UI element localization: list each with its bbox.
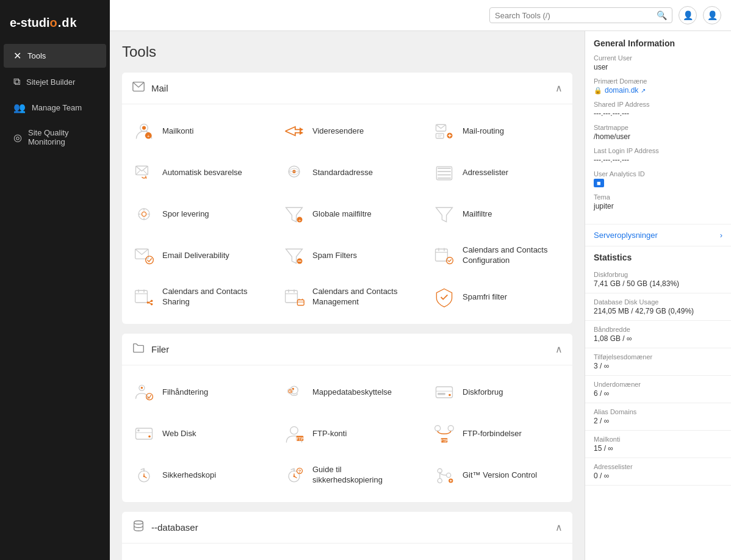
server-info-link[interactable]: Serveroplysninger ›	[585, 224, 731, 246]
mail-collapse-btn[interactable]: ∧	[555, 82, 563, 94]
tool-manage-databases[interactable]: Manage My Databases	[272, 550, 422, 560]
calendars-mgmt-icon	[282, 285, 306, 309]
database-icon	[132, 519, 145, 536]
standardadresse-icon	[282, 160, 306, 185]
stats-addon-domains-label: Tilføjelsesdomæner	[594, 353, 722, 361]
tool-mappedatabeskyttelse[interactable]: Mappedatabeskyttelse	[272, 372, 422, 413]
tool-diskforbrug[interactable]: Diskforbrug	[422, 372, 572, 413]
spam-filters-icon	[282, 243, 306, 268]
startmappe-label: Startmappe	[594, 124, 722, 131]
email-deliverability-icon	[132, 243, 156, 268]
app-logo: e‑studio.dk	[0, 6, 110, 43]
stats-baandbredde-value: 1,08 GB / ∞	[594, 334, 722, 343]
tool-guide-sikkerhedskopiering-label: Guide til sikkerhedskopiering	[312, 465, 412, 486]
tool-git-version[interactable]: Git™ Version Control	[422, 454, 572, 496]
eye-icon: ◎	[13, 132, 22, 143]
tool-email-deliverability[interactable]: Email Deliverability	[122, 235, 272, 276]
auto-besvarelse-icon	[132, 160, 156, 185]
tool-spamfri-label: Spamfri filter	[463, 292, 507, 303]
tool-database-wizard[interactable]: Database Wizard	[422, 550, 572, 560]
statistics-title: Statistics	[585, 246, 731, 266]
user-circle-icon[interactable]: 👤	[679, 6, 697, 24]
tool-ftp-konti[interactable]: FTP FTP-konti	[272, 413, 422, 454]
tool-spor-levering[interactable]: Spor levering	[122, 193, 272, 235]
tool-filhaandtering[interactable]: Filhåndtering	[122, 372, 272, 413]
account-icon[interactable]: 👤	[703, 6, 721, 24]
tool-mailfiltre[interactable]: Mailfiltre	[422, 193, 572, 235]
sidebar-item-manage-team[interactable]: 👥 Manage Team	[4, 96, 106, 120]
tool-adresselister[interactable]: Adresselister	[422, 152, 572, 193]
mail-tool-grid: + Mailkonti	[122, 104, 572, 324]
filer-collapse-btn[interactable]: ∧	[555, 343, 563, 355]
analytics-row: User Analytics ID ■	[594, 170, 722, 187]
sikkerhedskopi-icon	[132, 463, 156, 487]
tool-calendars-sharing[interactable]: Calendars and Contacts Sharing	[122, 276, 272, 318]
stats-addon-domains: Tilføjelsesdomæner 3 / ∞	[585, 348, 731, 376]
svg-point-92	[447, 473, 451, 477]
tool-filhaandtering-label: Filhåndtering	[162, 387, 208, 398]
git-version-icon	[432, 463, 456, 487]
tool-calendars-mgmt[interactable]: Calendars and Contacts Management	[272, 276, 422, 318]
content-area: Tools Mail ∧	[110, 31, 731, 560]
tool-spam-filters[interactable]: Spam Filters	[272, 235, 422, 276]
sidebar-item-site-quality[interactable]: ◎ Site Quality Monitoring	[4, 122, 106, 153]
tool-ftp-forbindelser[interactable]: FTP FTP-forbindelser	[422, 413, 572, 454]
primary-domain-label: Primært Domæne	[594, 77, 722, 85]
tool-guide-sikkerhedskopiering[interactable]: ? Guide til sikkerhedskopiering	[272, 454, 422, 496]
stats-alias: Alias Domains 2 / ∞	[585, 403, 731, 431]
databaser-collapse-btn[interactable]: ∧	[555, 522, 563, 533]
mail-icon	[132, 80, 145, 96]
search-box[interactable]: 🔍	[489, 7, 672, 23]
tool-standardadresse-label: Standardadresse	[312, 168, 373, 178]
mailfiltre-icon	[432, 202, 456, 226]
svg-rect-8	[436, 134, 444, 138]
tools-main: Tools Mail ∧	[110, 31, 585, 560]
tool-phpmyadmin[interactable]: PHP phpMyAdmin	[122, 550, 272, 560]
tool-videresendere[interactable]: Videresendere	[272, 110, 422, 152]
current-user-value: user	[594, 63, 722, 71]
databaser-section-title-group: --databaser	[132, 519, 198, 536]
tool-auto-besvarelse[interactable]: Automatisk besvarelse	[122, 152, 272, 193]
tool-mail-routing[interactable]: Mail-routing	[422, 110, 572, 152]
tool-mailkonti[interactable]: + Mailkonti	[122, 110, 272, 152]
svg-point-73	[290, 426, 298, 434]
tool-standardadresse[interactable]: Standardadresse	[272, 152, 422, 193]
layers-icon: ⧉	[13, 76, 20, 87]
calendars-config-icon	[432, 243, 456, 268]
shared-ip-value: ---.---.---.---	[594, 109, 722, 118]
tool-sikkerhedskopi[interactable]: Sikkerhedskopi	[122, 454, 272, 496]
svg-marker-30	[436, 207, 453, 221]
tema-value: jupiter	[594, 202, 722, 210]
primary-domain-value: 🔒 domain.dk ↗	[594, 86, 722, 95]
startmappe-row: Startmappe /home/user	[594, 124, 722, 141]
ftp-forbindelser-icon: FTP	[432, 422, 456, 446]
mail-section-header[interactable]: Mail ∧	[122, 73, 572, 104]
tool-calendars-sharing-label: Calendars and Contacts Sharing	[162, 287, 262, 307]
filer-section-header[interactable]: Filer ∧	[122, 334, 572, 365]
tool-web-disk[interactable]: Web Disk	[122, 413, 272, 454]
tool-spamfri[interactable]: Spamfri filter	[422, 276, 572, 318]
tool-mailfiltre-label: Mailfiltre	[463, 209, 492, 220]
databaser-section-header[interactable]: --databaser ∧	[122, 512, 572, 544]
domain-link[interactable]: domain.dk	[605, 86, 638, 95]
sidebar-item-sitejet[interactable]: ⧉ Sitejet Builder	[4, 70, 106, 93]
sidebar-item-label: Tools	[27, 51, 46, 60]
tool-calendars-config[interactable]: Calendars and Contacts Configuration	[422, 235, 572, 276]
search-input[interactable]	[495, 11, 653, 20]
web-disk-icon	[132, 422, 156, 446]
tool-globale-mailfiltre[interactable]: + Globale mailfiltre	[272, 193, 422, 235]
calendars-sharing-icon	[132, 285, 156, 309]
search-icon: 🔍	[657, 10, 667, 20]
general-info-section: General Information Current User user Pr…	[585, 31, 731, 224]
svg-text:+: +	[147, 134, 150, 139]
svg-point-2	[142, 126, 145, 129]
svg-point-46	[151, 300, 153, 303]
filer-tool-grid: Filhåndtering	[122, 365, 572, 502]
stats-mailkonti: Mailkonti 15 / ∞	[585, 431, 731, 458]
tool-videresendere-label: Videresendere	[312, 126, 364, 137]
tool-sikkerhedskopi-label: Sikkerhedskopi	[162, 470, 216, 481]
tool-spor-levering-label: Spor levering	[162, 209, 209, 220]
sidebar-item-tools[interactable]: ✕ Tools	[4, 44, 106, 68]
stats-adresselister-label: Adresselister	[594, 463, 722, 470]
svg-point-67	[448, 394, 451, 397]
